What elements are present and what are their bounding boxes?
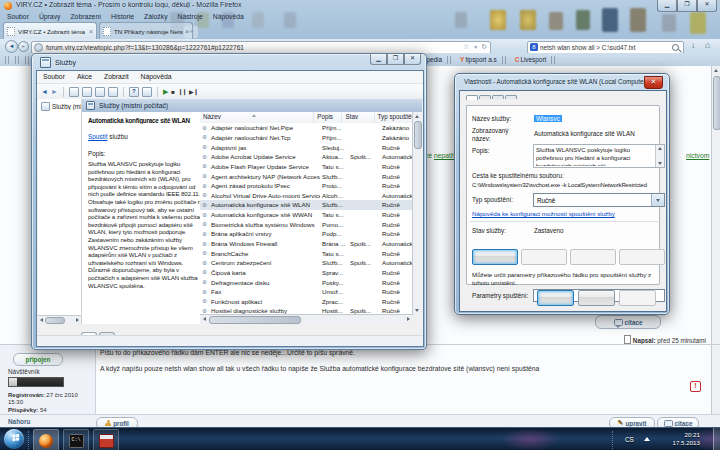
menu-item[interactable]: Zobrazení <box>65 11 106 22</box>
service-row[interactable]: ⚙ Alcohol Virtual Drive Auto-mount Servi… <box>200 190 413 200</box>
tab-close-icon[interactable]: × <box>89 28 93 35</box>
taskbar-clock[interactable]: 20:21 17.5.2013 <box>656 431 700 447</box>
list-h-scrollbar[interactable] <box>200 314 413 324</box>
dialog-button[interactable] <box>578 290 615 306</box>
url-bar[interactable]: forum.viry.cz/viewtopic.php?f=13&t=13028… <box>31 41 491 54</box>
service-row[interactable]: ⚙ Biometrická služba systému Windows Pom… <box>200 219 413 229</box>
bookmark-item[interactable]: Y tipsport a.s <box>457 56 512 64</box>
bookmark-item[interactable]: C Livesport <box>512 56 562 64</box>
service-row[interactable]: ⚙ Adaptivní jas Sleduj... Ručně <box>200 142 413 152</box>
service-row[interactable]: ⚙ Adobe Acrobat Update Service Aktua... … <box>200 152 413 162</box>
start-service-link[interactable]: Spustit <box>88 133 108 140</box>
dialog-tab[interactable] <box>466 95 478 100</box>
startup-help-link[interactable]: Nápověda ke konfiguraci možností spouště… <box>472 210 615 218</box>
start-button[interactable] <box>4 429 24 449</box>
reload-icon[interactable]: ↻ <box>481 43 487 51</box>
forum-link-fragment[interactable]: nictvom <box>686 152 709 159</box>
tab-close-icon[interactable]: × <box>185 28 189 35</box>
menu-item[interactable]: Nápověda <box>135 71 178 83</box>
report-post-icon[interactable]: ! <box>690 381 701 392</box>
menu-item[interactable]: Záložky <box>139 11 172 22</box>
show-console-tree-icon[interactable] <box>69 87 79 97</box>
help-icon[interactable]: ? <box>129 87 139 97</box>
show-desktop-button[interactable] <box>713 428 720 450</box>
minimize-button[interactable]: ▁ <box>370 54 387 65</box>
service-name-value[interactable]: Wlansvc <box>534 115 562 122</box>
back-button[interactable]: ◄ <box>5 40 18 53</box>
service-control-button[interactable] <box>570 249 616 265</box>
maximize-button[interactable]: ❐ <box>387 54 404 65</box>
minimize-button[interactable]: ▁ <box>657 0 677 12</box>
bookmark-star-icon[interactable]: ☆ <box>463 43 469 51</box>
url-dropdown-icon[interactable]: ▼ <box>473 44 478 50</box>
forward-icon[interactable]: ► <box>51 88 58 96</box>
window-icon[interactable] <box>142 87 152 97</box>
close-button[interactable]: ✕ <box>404 54 421 65</box>
show-hidden-icons-arrow[interactable] <box>644 437 650 441</box>
service-row[interactable]: ⚙ Defragmentace disku Posky... Ručně <box>200 277 413 287</box>
service-row[interactable]: ⚙ Agent zásad protokolu IPsec Proto... R… <box>200 181 413 191</box>
description-box[interactable]: Služba WLANSVC poskytuje logiku potřebno… <box>533 144 665 168</box>
maximize-button[interactable]: ❐ <box>677 0 697 12</box>
forward-button[interactable]: ► <box>18 41 29 52</box>
quote-button-top[interactable]: citace <box>595 315 661 329</box>
language-indicator[interactable]: CS <box>625 436 634 443</box>
search-icon[interactable] <box>672 44 679 51</box>
service-control-button[interactable] <box>619 249 665 265</box>
home-icon[interactable]: ⌂ <box>705 40 710 50</box>
search-input[interactable]: 8 netsh wlan show all > C:\sud47.txt <box>527 41 684 54</box>
menu-item[interactable]: Zobrazit <box>98 71 135 83</box>
browser-tab[interactable]: TN Příkazy nástroje Netsh pro bezdrátov.… <box>99 22 193 39</box>
dialog-tab[interactable] <box>505 95 517 99</box>
dialog-button[interactable] <box>537 290 574 306</box>
page-scrollbar[interactable] <box>711 66 720 427</box>
downloads-icon[interactable]: ↓ <box>691 41 695 50</box>
back-icon[interactable]: ◄ <box>41 88 48 96</box>
start-service-icon[interactable]: ▶ <box>163 88 168 96</box>
list-v-scrollbar[interactable] <box>412 112 422 315</box>
service-row[interactable]: ⚙ Adobe Flash Player Update Service Tato… <box>200 162 413 172</box>
tree-item-services[interactable]: Služby (místní po <box>52 103 81 110</box>
properties-icon[interactable] <box>82 87 92 97</box>
dialog-tab[interactable] <box>479 95 491 99</box>
service-row[interactable]: ⚙ BranchCache Tato s... Ručně <box>200 248 413 258</box>
service-control-button[interactable] <box>521 249 567 265</box>
menu-item[interactable]: Soubor <box>37 71 71 83</box>
service-row[interactable]: ⚙ Funkčnost aplikací Zprac... Ručně <box>200 297 413 307</box>
menu-item[interactable]: Nápověda <box>208 11 249 22</box>
service-row[interactable]: ⚙ Brána aplikační vrstvy Podp... Ručně <box>200 229 413 239</box>
dialog-button[interactable] <box>619 290 656 306</box>
refresh-icon[interactable] <box>108 87 118 97</box>
service-row[interactable]: ⚙ Centrum zabezpečení Služb... Spušt... … <box>200 258 413 268</box>
service-row[interactable]: ⚙ Čipová karta Sprav... Ručně <box>200 268 413 278</box>
menu-item[interactable]: Soubor <box>2 11 34 22</box>
export-list-icon[interactable] <box>95 87 105 97</box>
dialog-tab[interactable] <box>492 95 504 99</box>
service-row[interactable]: ⚙ Fax Umož... Ručně <box>200 287 413 297</box>
taskbar-app-button[interactable] <box>93 429 119 450</box>
menu-item[interactable]: Úpravy <box>34 11 66 22</box>
chevron-down-icon[interactable] <box>651 194 664 206</box>
service-row[interactable]: ⚙ Adaptér naslouchání Net.Tcp Příjm... Z… <box>200 133 413 143</box>
service-control-button[interactable] <box>472 249 518 265</box>
close-button[interactable]: ✕ <box>697 0 717 12</box>
taskbar-firefox-button[interactable] <box>33 429 59 450</box>
service-row[interactable]: ⚙ Automatická konfigurace sítě WLAN Služ… <box>200 200 413 210</box>
forum-link-fragment[interactable]: ré nepatří <box>426 152 455 159</box>
startup-type-select[interactable]: Ručně <box>533 193 665 207</box>
menu-item[interactable]: Akce <box>71 71 98 83</box>
service-row[interactable]: ⚙ Agent architektury NAP (Network Access… <box>200 171 413 181</box>
menu-item[interactable]: Nástroje <box>173 11 208 22</box>
tree-h-scrollbar[interactable] <box>38 315 81 324</box>
service-row[interactable]: ⚙ Adaptér naslouchání Net.Pipe Příjm... … <box>200 123 413 133</box>
browser-tab[interactable]: VIRY.CZ • Zobrazit téma - Prosím o k... … <box>3 22 97 39</box>
description-scrollbar[interactable] <box>655 145 664 167</box>
close-button[interactable]: ✕ <box>644 76 663 89</box>
service-row[interactable]: ⚙ Brána Windows Firewall Brána ... Spušt… <box>200 239 413 249</box>
restart-service-icon[interactable]: ▶❙ <box>189 88 199 96</box>
stop-service-icon[interactable]: ■ <box>171 88 175 96</box>
menu-item[interactable]: Historie <box>106 11 139 22</box>
pause-service-icon[interactable]: ❙❙ <box>178 88 186 96</box>
taskbar-cmd-button[interactable]: C:\ <box>63 429 89 450</box>
back-to-top-link[interactable]: Nahoru <box>8 418 30 425</box>
